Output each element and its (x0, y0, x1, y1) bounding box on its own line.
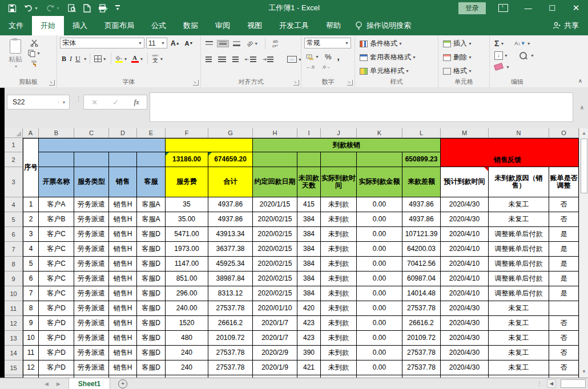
row-header-15[interactable]: 15 (5, 360, 23, 375)
row-header-6[interactable]: 6 (5, 227, 23, 242)
percent-style-button[interactable]: % (323, 52, 333, 62)
redo-dropdown-icon[interactable]: ▼ (56, 6, 60, 10)
cell-H9[interactable]: 2020/02/15 (253, 272, 297, 286)
scroll-left-icon[interactable]: ◀ (547, 379, 556, 388)
cell-I6[interactable]: 384 (297, 227, 321, 242)
cell-H4[interactable]: 2020/1/15 (253, 197, 297, 212)
tab-formulas[interactable]: 公式 (143, 16, 175, 35)
cell-M15[interactable]: 2020/4/30 (441, 360, 489, 375)
cell-N14[interactable]: 未复工 (489, 346, 549, 360)
find-select-button[interactable]: ▼ (518, 51, 536, 60)
cell-L8[interactable]: 70412.56 (402, 257, 441, 272)
cell-C14[interactable]: 劳务派遣 (74, 346, 109, 360)
tab-help[interactable]: 帮助 (317, 16, 349, 35)
cell-N12[interactable]: 未复工 (489, 316, 549, 331)
close-button[interactable]: ✕ (564, 0, 588, 16)
col-header-N[interactable]: N (489, 128, 549, 138)
col-header-L[interactable]: L (402, 128, 441, 138)
row-header-5[interactable]: 5 (5, 212, 23, 227)
tab-review[interactable]: 审阅 (207, 16, 239, 35)
cell-D13[interactable]: 销售H (109, 331, 137, 346)
cell-F2[interactable]: 13186.00 (166, 152, 208, 167)
cell-B2[interactable] (39, 152, 74, 167)
cell-K3[interactable]: 实际到款金额 (357, 167, 402, 197)
cell-O3[interactable]: 账单是否调整 (549, 167, 579, 197)
font-dialog-launcher[interactable]: ↘ (193, 80, 199, 86)
row-header-2[interactable]: 2 (5, 152, 23, 167)
cell-M3[interactable]: 预计到款时间 (441, 167, 489, 197)
cell-F14[interactable]: 240 (166, 346, 208, 360)
cell-G6[interactable]: 43913.34 (208, 227, 253, 242)
cell-K10[interactable]: 0.00 (357, 286, 402, 301)
cell-G2[interactable]: 674659.20 (208, 152, 253, 167)
cell-K7[interactable]: 0.00 (357, 242, 402, 257)
cell-C10[interactable]: 劳务派遣 (74, 286, 109, 301)
cell-K12[interactable]: 0.00 (357, 316, 402, 331)
cell-J5[interactable]: 未到款 (321, 212, 357, 227)
cell-B5[interactable]: 客户B (39, 212, 74, 227)
cell-K15[interactable]: 0.00 (357, 360, 402, 375)
scroll-down-icon[interactable]: ▼ (580, 367, 588, 376)
cell-E8[interactable]: 客服D (137, 257, 166, 272)
align-left-icon[interactable] (204, 56, 214, 63)
cell-M9[interactable]: 2020/4/10 (441, 272, 489, 286)
sheet-prev-icon[interactable]: ◀ (45, 381, 49, 387)
cell-M14[interactable]: 2020/4/30 (441, 346, 489, 360)
cell-O11[interactable] (549, 301, 579, 316)
cell-C2[interactable] (74, 152, 109, 167)
cell-F3[interactable]: 服务费 (166, 167, 208, 197)
cell-M13[interactable]: 2020/4/30 (441, 331, 489, 346)
format-painter-icon[interactable] (30, 60, 38, 67)
horizontal-scrollbar-thumb[interactable] (561, 379, 586, 388)
tab-file[interactable]: 文件 (0, 16, 32, 35)
cell-G9[interactable]: 38987.84 (208, 272, 253, 286)
formula-input[interactable] (150, 92, 573, 122)
row-header-11[interactable]: 11 (5, 301, 23, 316)
cell-B12[interactable]: 客户D (39, 316, 74, 331)
cell-C4[interactable]: 劳务派遣 (74, 197, 109, 212)
col-header-C[interactable]: C (74, 128, 109, 138)
cell-styles-button[interactable]: 单元格样式▼ (358, 66, 411, 76)
sort-filter-button[interactable]: A↓▼▼ (513, 40, 532, 47)
col-header-B[interactable]: B (39, 128, 74, 138)
cell-L5[interactable]: 4937.86 (402, 212, 441, 227)
cell-J3[interactable]: 实际到款时间 (321, 167, 357, 197)
print-preview-icon[interactable] (67, 4, 76, 13)
cell-G11[interactable]: 27537.78 (208, 301, 253, 316)
cell-K5[interactable]: 0.00 (357, 212, 402, 227)
cell-D3[interactable]: 销售 (109, 167, 137, 197)
cell-E14[interactable]: 客服D (137, 346, 166, 360)
cell-G8[interactable]: 45925.34 (208, 257, 253, 272)
cell-E9[interactable]: 客服D (137, 272, 166, 286)
cell-J11[interactable]: 未到款 (321, 301, 357, 316)
name-box-dropdown-icon[interactable]: ▼ (58, 100, 69, 104)
cell-M8[interactable]: 2020/4/10 (441, 257, 489, 272)
tab-home[interactable]: 开始 (32, 16, 64, 35)
format-cells-button[interactable]: 格式▼ (441, 66, 474, 76)
cell-G3[interactable]: 合计 (208, 167, 253, 197)
cell-M4[interactable]: 2020/4/30 (441, 197, 489, 212)
cell-J6[interactable]: 未到款 (321, 227, 357, 242)
cell-M5[interactable]: 2020/4/30 (441, 212, 489, 227)
number-format-combo[interactable]: 常规▼ (304, 38, 351, 48)
cell-K8[interactable]: 0.00 (357, 257, 402, 272)
cell-I7[interactable]: 384 (297, 242, 321, 257)
cell-E5[interactable]: 客服A (137, 212, 166, 227)
row-header-1[interactable]: 1 (5, 138, 23, 152)
cell-D10[interactable]: 销售H (109, 286, 137, 301)
cell-E2[interactable] (137, 152, 166, 167)
cell-L11[interactable]: 27537.78 (402, 301, 441, 316)
vertical-scrollbar-thumb[interactable] (581, 139, 587, 193)
tab-page-layout[interactable]: 页面布局 (96, 16, 143, 35)
ribbon-display-options-icon[interactable] (498, 4, 508, 12)
accounting-format-button[interactable]: ▼ (304, 53, 321, 61)
cell-I13[interactable]: 423 (297, 331, 321, 346)
cell-I9[interactable]: 384 (297, 272, 321, 286)
cell-F9[interactable]: 851.00 (166, 272, 208, 286)
copy-icon[interactable]: ▼ (28, 50, 41, 57)
signin-button[interactable]: 登录 (458, 2, 486, 14)
cell-N10[interactable]: 调整账单后付款 (489, 286, 549, 301)
cell-B6[interactable]: 客户C (39, 227, 74, 242)
row-header-9[interactable]: 9 (5, 272, 23, 286)
cell-F5[interactable]: 35.00 (166, 212, 208, 227)
